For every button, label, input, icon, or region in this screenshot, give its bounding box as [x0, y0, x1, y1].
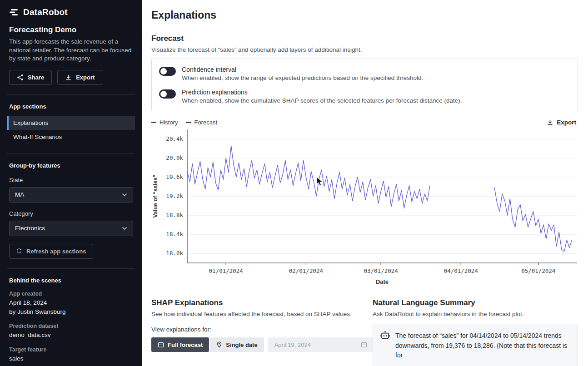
toggle-description: When enabled, show the cumulative SHAP s… [182, 97, 462, 104]
toggle-label: Confidence interval [182, 66, 423, 73]
svg-text:18.4k: 18.4k [166, 231, 183, 237]
svg-text:04/01/2024: 04/01/2024 [444, 267, 478, 274]
download-icon [65, 74, 72, 81]
legend-history[interactable]: History [151, 119, 178, 126]
divider [7, 94, 135, 95]
app-sections-nav: Explanations What-If Scenarios [7, 116, 135, 144]
full-forecast-button[interactable]: Full forecast [151, 337, 209, 352]
datarobot-logo-icon [9, 7, 19, 17]
meta-value: sales [9, 355, 133, 363]
forecast-chart[interactable]: 18.0k18.4k18.8k19.2k19.6k20.0k20.4k01/01… [151, 127, 578, 288]
meta-value: demo_data.csv [9, 331, 133, 339]
page-title: Explanations [151, 9, 578, 21]
app-title: Forecasting Demo [9, 25, 133, 35]
toggle-label: Prediction explanations [182, 89, 462, 96]
meta-target-feature: Target feature sales [9, 346, 133, 363]
chevron-down-icon [122, 193, 127, 197]
forecast-section-subtitle: Visualize the forecast of “sales” and op… [151, 46, 578, 53]
svg-text:02/01/2024: 02/01/2024 [289, 267, 323, 274]
legend-label: Forecast [194, 119, 217, 126]
forecast-options-card: Confidence interval When enabled, show t… [151, 59, 578, 111]
view-explanations-label: View explanations for: [151, 326, 373, 333]
chart-legend: History Forecast [151, 119, 217, 126]
single-date-label: Single date [226, 341, 257, 348]
confidence-interval-text: Confidence interval When enabled, show t… [182, 66, 423, 81]
nls-section: Natural Language Summary Ask DataRobot t… [373, 298, 578, 366]
refresh-app-sections-button[interactable]: Refresh app sections [9, 244, 93, 259]
refresh-button-label: Refresh app sections [26, 248, 86, 255]
refresh-icon [16, 248, 22, 254]
divider [7, 268, 135, 269]
prediction-explanations-row: Prediction explanations When enabled, sh… [159, 89, 570, 104]
category-select[interactable]: Electronics [9, 221, 133, 236]
meta-value: by Justin Swansburg [9, 308, 133, 316]
sidebar-item-explanations[interactable]: Explanations [7, 116, 135, 130]
shap-section-title: SHAP Explanations [151, 298, 373, 307]
sidebar-actions: Share Export [9, 70, 133, 85]
download-icon [547, 119, 553, 126]
legend-label: History [159, 119, 178, 126]
svg-text:Date: Date [376, 278, 389, 285]
forecast-section-title: Forecast [151, 34, 578, 43]
svg-text:03/01/2024: 03/01/2024 [364, 267, 398, 274]
meta-app-created: App created April 18, 2024 by Justin Swa… [9, 291, 133, 316]
confidence-interval-row: Confidence interval When enabled, show t… [159, 66, 570, 81]
single-date-button[interactable]: Single date [210, 337, 264, 352]
confidence-interval-toggle[interactable] [159, 67, 176, 76]
main-content: Explanations Forecast Visualize the fore… [142, 0, 588, 366]
svg-text:18.0k: 18.0k [166, 250, 183, 257]
svg-text:18.8k: 18.8k [166, 212, 183, 218]
chevron-down-icon [122, 227, 127, 230]
shap-section-subtitle: See how individual features affected the… [151, 311, 373, 317]
nls-section-title: Natural Language Summary [373, 298, 578, 307]
share-button-label: Share [28, 74, 44, 81]
svg-text:20.0k: 20.0k [166, 154, 183, 161]
nls-summary-card: The forecast of “sales” for 04/14/2024 t… [373, 324, 578, 366]
robot-icon [380, 331, 390, 340]
shap-controls: Full forecast Single date [151, 337, 373, 352]
meta-label: App created [9, 291, 133, 297]
datarobot-logo-text: DataRobot [23, 7, 68, 17]
history-line-swatch [151, 122, 156, 123]
meta-value: April 18, 2024 [9, 299, 133, 307]
forecast-line-swatch [186, 122, 191, 123]
pin-icon [216, 341, 222, 348]
legend-forecast[interactable]: Forecast [186, 119, 217, 126]
calendar-icon [158, 341, 164, 348]
full-forecast-label: Full forecast [168, 341, 203, 348]
sidebar: DataRobot Forecasting Demo This app fore… [0, 0, 142, 366]
svg-text:Value of “sales”: Value of “sales” [152, 174, 159, 218]
chart-export-button[interactable]: Export [545, 119, 578, 126]
share-icon [17, 74, 24, 81]
calendar-icon [361, 341, 367, 348]
sidebar-export-button[interactable]: Export [57, 70, 102, 85]
explanation-date-input[interactable] [274, 341, 348, 349]
nls-summary-text: The forecast of “sales” for 04/14/2024 t… [395, 331, 570, 361]
svg-text:19.6k: 19.6k [166, 173, 183, 180]
svg-text:20.4k: 20.4k [166, 135, 183, 142]
prediction-explanations-text: Prediction explanations When enabled, sh… [182, 89, 462, 104]
nls-section-subtitle: Ask DataRobot to explain behaviors in th… [373, 311, 578, 317]
share-button[interactable]: Share [9, 70, 52, 85]
behind-the-scenes-heading: Behind the scenes [9, 277, 133, 284]
svg-text:01/01/2024: 01/01/2024 [209, 267, 243, 274]
export-button-label: Export [76, 74, 95, 81]
category-select-value: Electronics [15, 225, 45, 232]
bottom-sections: SHAP Explanations See how individual fea… [151, 298, 578, 366]
state-label: State [9, 177, 133, 183]
shap-section: SHAP Explanations See how individual fea… [151, 298, 373, 366]
svg-text:19.2k: 19.2k [166, 193, 183, 199]
sidebar-item-what-if-scenarios[interactable]: What-If Scenarios [7, 130, 135, 144]
svg-text:05/01/2024: 05/01/2024 [521, 267, 555, 274]
toggle-description: When enabled, show the range of expected… [182, 74, 423, 81]
state-select[interactable]: MA [9, 187, 133, 203]
explanation-date-field[interactable] [268, 337, 373, 352]
prediction-explanations-toggle[interactable] [159, 89, 176, 99]
divider [7, 153, 135, 154]
app-sections-heading: App sections [9, 103, 133, 110]
meta-label: Prediction dataset [9, 323, 133, 329]
chart-export-label: Export [557, 119, 576, 126]
groupby-heading: Group-by features [9, 162, 133, 169]
category-label: Category [9, 210, 133, 217]
app-description: This app forecasts the sale revenue of a… [9, 38, 133, 63]
